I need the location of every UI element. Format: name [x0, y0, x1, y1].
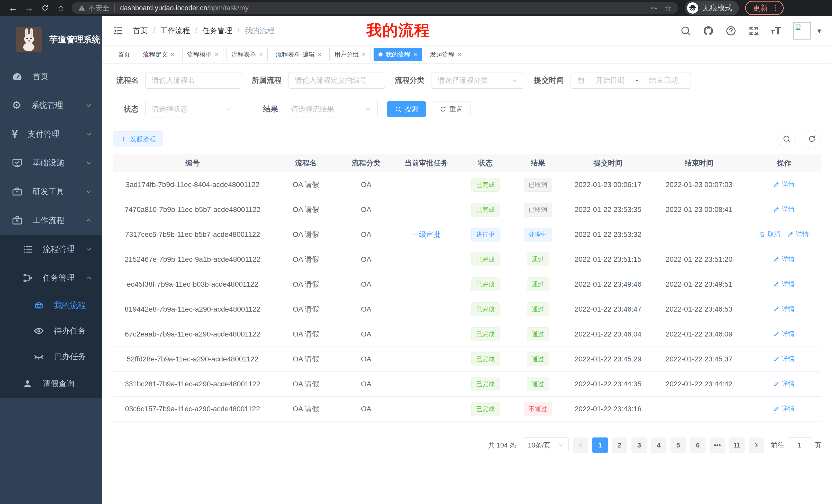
update-button[interactable]: 更新: [745, 1, 784, 15]
cell-status: 已完成: [460, 327, 511, 341]
breadcrumb-item[interactable]: 首页: [133, 26, 148, 36]
sidebar-item-leave-query[interactable]: 请假查询: [0, 369, 102, 398]
reset-button[interactable]: 重置: [432, 101, 471, 117]
edit-pen-icon: [773, 181, 780, 188]
close-tab-icon[interactable]: ×: [362, 51, 366, 58]
sidebar-item-task-management[interactable]: 任务管理: [0, 263, 102, 292]
reload-icon[interactable]: [37, 4, 53, 12]
detail-link[interactable]: 详情: [773, 380, 795, 388]
page-button-2[interactable]: 2: [612, 438, 627, 453]
close-tab-icon[interactable]: ×: [171, 51, 174, 58]
page-ellipsis[interactable]: •••: [710, 438, 725, 453]
detail-link[interactable]: 详情: [773, 255, 795, 263]
sidebar-item-payment-management[interactable]: ¥支付管理: [0, 120, 102, 148]
tab-我的流程[interactable]: 我的流程×: [373, 48, 422, 61]
search-button[interactable]: 搜索: [387, 101, 426, 117]
next-page-button[interactable]: [749, 438, 764, 453]
cell-status: 已完成: [460, 302, 511, 316]
page-size-select[interactable]: 10条/页: [523, 438, 569, 453]
page-button-11[interactable]: 11: [729, 438, 745, 453]
sidebar-item-system-management[interactable]: ⚙系统管理: [0, 91, 102, 120]
sidebar-item-done-tasks[interactable]: 已办任务: [0, 344, 102, 369]
address-bar[interactable]: 不安全 dashboard.yudao.iocoder.cn/bpm/task/…: [72, 2, 678, 14]
cell-end-time: 2022-01-22 23:49:51: [651, 280, 747, 288]
page-button-4[interactable]: 4: [651, 438, 667, 453]
sidebar-item-dev-tools[interactable]: 研发工具: [0, 177, 102, 206]
prev-page-button[interactable]: [573, 438, 588, 453]
create-process-button[interactable]: 发起流程: [113, 132, 163, 146]
sidebar-item-workflow[interactable]: 工作流程: [0, 206, 102, 235]
sidebar-toggle-icon[interactable]: [113, 26, 123, 36]
fullscreen-icon[interactable]: [748, 25, 759, 36]
github-icon[interactable]: [703, 25, 714, 36]
close-tab-icon[interactable]: ×: [458, 51, 461, 58]
cell-process-id: 7470a810-7b9b-11ec-b5b7-acde48001122: [113, 205, 272, 214]
detail-link[interactable]: 详情: [773, 404, 795, 413]
cell-actions: 取消详情: [747, 230, 821, 239]
tab-首页[interactable]: 首页: [113, 48, 135, 61]
table-body: 3ad174fb-7b9d-11ec-8404-acde48001122OA 请…: [113, 172, 821, 422]
browser-toolbar: ← → ⌂ 不安全 dashboard.yudao.iocoder.cn/bpm…: [0, 0, 832, 16]
forward-icon[interactable]: →: [21, 3, 37, 13]
key-icon[interactable]: [650, 4, 657, 12]
help-icon[interactable]: [726, 25, 736, 36]
sidebar-item-home[interactable]: 首页: [0, 62, 102, 91]
cell-result: 通过: [511, 327, 565, 341]
app-logo[interactable]: 芋道管理系统: [0, 16, 102, 62]
bookmark-star-icon[interactable]: ☆: [665, 4, 672, 12]
result-badge: 通过: [527, 302, 549, 316]
page-button-3[interactable]: 3: [631, 438, 647, 453]
process-category-select[interactable]: 请选择流程分类: [431, 72, 524, 89]
detail-link[interactable]: 详情: [773, 305, 795, 313]
tab-用户分组[interactable]: 用户分组×: [329, 48, 370, 61]
search-icon[interactable]: [680, 25, 691, 36]
font-size-icon[interactable]: TT: [771, 25, 781, 36]
submit-time-range-picker[interactable]: 开始日期 - 结束日期: [571, 72, 691, 89]
tab-流程表单-编辑[interactable]: 流程表单-编辑×: [271, 48, 326, 61]
sidebar-item-infrastructure[interactable]: 基础设施: [0, 148, 102, 177]
process-definition-input[interactable]: [288, 72, 385, 89]
cell-process-category: OA: [340, 330, 393, 338]
cell-status: 已完成: [460, 402, 511, 416]
detail-link[interactable]: 详情: [773, 205, 795, 214]
cell-result: 已取消: [511, 203, 565, 217]
filter-row-1: 流程名 所属流程 流程分类 请选择流程分类 提交时间 开始日期: [113, 72, 821, 89]
sidebar-item-todo-tasks[interactable]: 待办任务: [0, 318, 102, 344]
close-tab-icon[interactable]: ×: [259, 51, 263, 58]
tab-发起流程[interactable]: 发起流程×: [425, 48, 466, 61]
detail-link[interactable]: 详情: [773, 180, 795, 189]
detail-link[interactable]: 详情: [773, 330, 795, 338]
page-button-5[interactable]: 5: [671, 438, 686, 453]
sidebar-item-my-process[interactable]: 我的流程: [0, 292, 102, 318]
detail-link[interactable]: 详情: [773, 280, 795, 288]
back-icon[interactable]: ←: [5, 3, 21, 13]
close-tab-icon[interactable]: ×: [413, 51, 417, 58]
tab-流程定义[interactable]: 流程定义×: [138, 48, 179, 61]
close-tab-icon[interactable]: ×: [318, 51, 321, 58]
process-name-label: 流程名: [113, 75, 138, 86]
user-menu-caret-icon[interactable]: ▾: [817, 26, 821, 35]
cell-status: 已完成: [460, 352, 511, 366]
eye-closed-icon: [33, 351, 44, 362]
browser-menu-icon[interactable]: [772, 4, 780, 12]
goto-page-input[interactable]: [788, 438, 811, 453]
detail-link[interactable]: 详情: [787, 230, 809, 239]
breadcrumb-item[interactable]: 任务管理: [202, 26, 232, 36]
tab-流程表单[interactable]: 流程表单×: [227, 48, 268, 61]
refresh-table-icon[interactable]: [803, 130, 821, 148]
detail-link[interactable]: 详情: [773, 355, 795, 363]
page-button-1[interactable]: 1: [592, 438, 608, 453]
home-icon[interactable]: ⌂: [53, 3, 69, 13]
result-select[interactable]: 请选择流结果: [285, 101, 378, 117]
cancel-link[interactable]: 取消: [759, 230, 780, 239]
show-search-icon[interactable]: [778, 130, 796, 148]
process-name-input[interactable]: [145, 72, 242, 89]
avatar[interactable]: [793, 22, 811, 39]
sidebar-item-process-management[interactable]: 流程管理: [0, 235, 102, 263]
breadcrumb-item[interactable]: 工作流程: [160, 26, 190, 36]
close-tab-icon[interactable]: ×: [215, 51, 218, 58]
status-select[interactable]: 请选择状态: [145, 101, 238, 117]
current-task-link[interactable]: 一级审批: [412, 230, 441, 239]
page-button-6[interactable]: 6: [690, 438, 705, 453]
tab-流程模型[interactable]: 流程模型×: [182, 48, 224, 61]
